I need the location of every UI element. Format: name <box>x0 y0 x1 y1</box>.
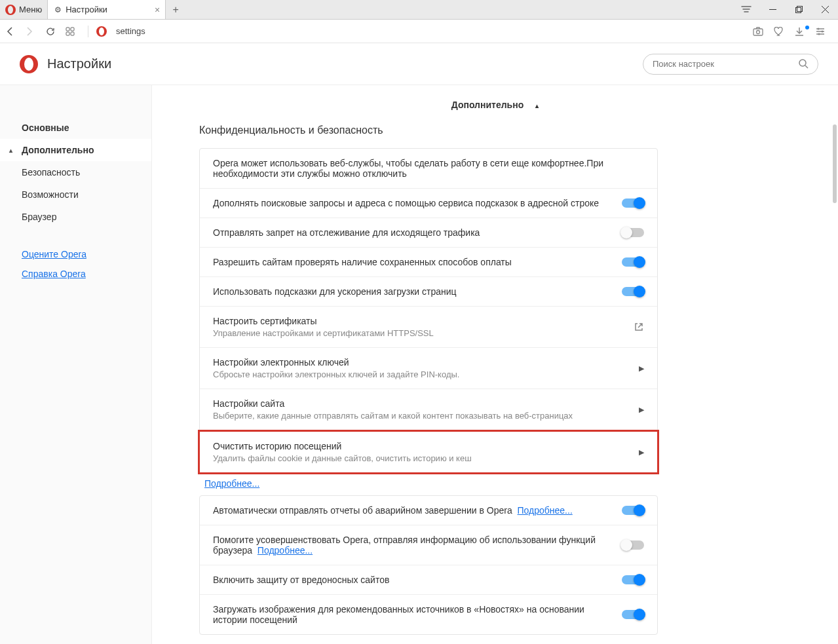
privacy-section-title: Конфиденциальность и безопасность <box>199 124 658 136</box>
settings-search[interactable] <box>643 54 818 75</box>
search-input[interactable] <box>653 59 799 69</box>
snapshot-icon[interactable] <box>753 27 769 36</box>
new-tab-button[interactable]: + <box>166 0 185 19</box>
row-certificates[interactable]: Настроить сертификаты Управление настрой… <box>200 307 657 348</box>
settings-content: Дополнительно▴ Конфиденциальность и безо… <box>152 85 838 644</box>
row-payment[interactable]: Разрешить сайтам проверять наличие сохра… <box>200 248 657 277</box>
chevron-right-icon: ▶ <box>639 448 644 457</box>
row-dnt[interactable]: Отправлять запрет на отслеживание для ис… <box>200 218 657 248</box>
row-clear-browsing-data[interactable]: Очистить историю посещений Удалить файлы… <box>198 430 659 474</box>
row-malware-protection[interactable]: Включить защиту от вредоносных сайтов <box>200 565 657 595</box>
easy-setup-icon[interactable] <box>733 0 759 19</box>
svg-point-9 <box>822 30 824 32</box>
svg-rect-6 <box>753 29 763 35</box>
close-window-button[interactable] <box>812 6 838 13</box>
downloads-icon[interactable] <box>795 27 810 36</box>
chevron-right-icon: ▶ <box>639 406 644 414</box>
sidebar-item-browser[interactable]: Браузер <box>0 206 151 228</box>
window-titlebar: Меню Настройки × + <box>0 0 838 20</box>
maximize-button[interactable] <box>786 6 812 13</box>
heart-icon[interactable] <box>774 27 790 36</box>
toggle-payment[interactable] <box>622 257 644 267</box>
toggle-dnt[interactable] <box>622 228 644 237</box>
speed-dial-button[interactable] <box>66 27 80 36</box>
caret-up-icon: ▴ <box>9 147 12 154</box>
row-security-keys[interactable]: Настройки электронных ключей Сбросьте на… <box>200 348 657 389</box>
svg-point-7 <box>757 30 760 33</box>
back-button[interactable] <box>7 27 21 36</box>
forward-button[interactable] <box>26 27 41 36</box>
settings-sidebar: Основные ▴ Дополнительно Безопасность Во… <box>0 85 152 644</box>
chevron-up-icon: ▴ <box>535 102 539 109</box>
sidebar-item-features[interactable]: Возможности <box>0 183 151 206</box>
window-controls <box>759 0 838 19</box>
svg-point-10 <box>818 33 820 35</box>
notification-dot <box>805 26 809 29</box>
tab-settings[interactable]: Настройки × <box>48 0 166 19</box>
row-usage-stats[interactable]: Помогите усовершенствовать Opera, отправ… <box>200 525 657 565</box>
reload-button[interactable] <box>46 27 60 36</box>
row-preload[interactable]: Использовать подсказки для ускорения заг… <box>200 277 657 307</box>
more-link[interactable]: Подробнее... <box>204 478 259 489</box>
external-link-icon <box>634 322 644 332</box>
privacy-card: Opera может использовать веб-службы, что… <box>199 148 658 474</box>
reporting-card: Автоматически отправлять отчеты об авари… <box>199 495 658 635</box>
help-opera-link[interactable]: Справка Opera <box>22 269 151 279</box>
toggle-malware[interactable] <box>622 575 644 584</box>
toggle-preload[interactable] <box>622 287 644 296</box>
row-site-settings[interactable]: Настройки сайта Выберите, какие данные о… <box>200 389 657 430</box>
row-news-images[interactable]: Загружать изображения для рекомендованны… <box>200 595 657 634</box>
svg-rect-1 <box>797 7 802 12</box>
separator <box>88 26 88 37</box>
svg-point-8 <box>818 28 820 29</box>
row-suggestions[interactable]: Дополнять поисковые запросы и адреса с п… <box>200 189 657 218</box>
toggle-usage-stats[interactable] <box>622 540 644 550</box>
opera-logo-icon <box>20 55 38 73</box>
search-icon <box>799 59 809 69</box>
svg-point-11 <box>799 60 806 66</box>
toggle-crash-reports[interactable] <box>622 506 644 515</box>
svg-rect-3 <box>71 28 74 31</box>
close-tab-icon[interactable]: × <box>155 5 160 15</box>
menu-button[interactable]: Меню <box>0 0 48 19</box>
toggle-suggestions[interactable] <box>622 199 644 208</box>
crash-more-link[interactable]: Подробнее... <box>518 505 573 516</box>
toggle-news-images[interactable] <box>622 610 644 619</box>
sidebar-item-advanced[interactable]: ▴ Дополнительно <box>0 139 151 161</box>
svg-rect-4 <box>66 32 69 35</box>
minimize-button[interactable] <box>759 6 786 13</box>
url-text[interactable]: settings <box>116 26 145 36</box>
advanced-section-toggle[interactable]: Дополнительно▴ <box>152 85 838 124</box>
gear-icon <box>54 5 62 14</box>
rate-opera-link[interactable]: Оцените Opera <box>22 249 151 259</box>
sidebar-item-security[interactable]: Безопасность <box>0 161 151 183</box>
tab-title: Настройки <box>66 5 107 14</box>
settings-header: Настройки <box>0 43 838 85</box>
scrollbar[interactable] <box>833 124 837 203</box>
site-opera-icon <box>96 26 107 37</box>
svg-rect-0 <box>795 8 801 13</box>
address-bar: settings <box>0 20 838 43</box>
sidebar-item-basic[interactable]: Основные <box>0 117 151 139</box>
page-title: Настройки <box>47 56 111 71</box>
usage-more-link[interactable]: Подробнее... <box>257 545 313 556</box>
chevron-right-icon: ▶ <box>639 364 644 373</box>
menu-label: Меню <box>19 5 42 14</box>
svg-rect-2 <box>66 28 69 31</box>
easy-setup-icon[interactable] <box>816 28 831 35</box>
row-intro: Opera может использовать веб-службы, что… <box>200 149 657 189</box>
svg-rect-5 <box>71 32 74 35</box>
row-crash-reports[interactable]: Автоматически отправлять отчеты об авари… <box>200 496 657 525</box>
opera-icon <box>5 5 16 15</box>
